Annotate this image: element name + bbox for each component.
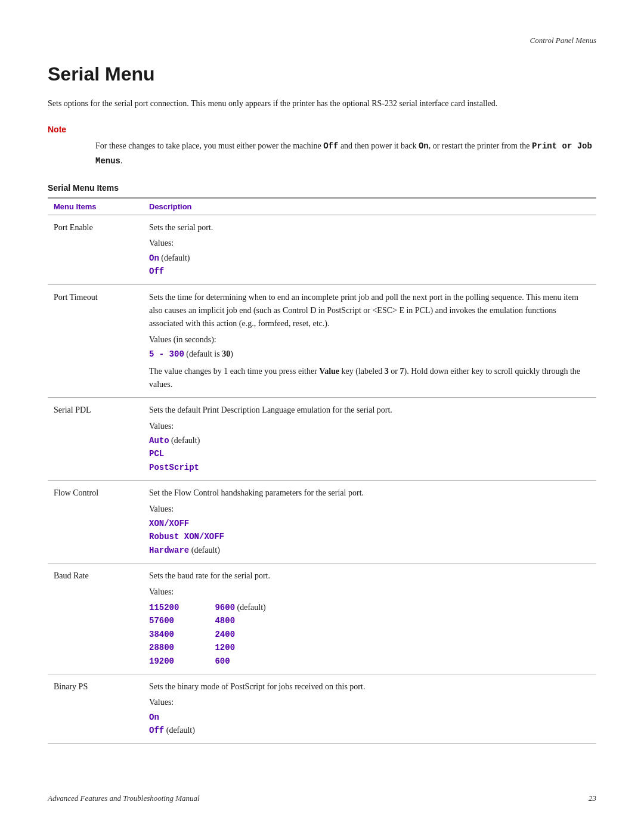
menu-item-name: Port Enable <box>48 215 143 284</box>
table-row: Serial PDLSets the default Print Descrip… <box>48 398 596 481</box>
values-list: Auto (default)PCLPostScript <box>149 434 590 474</box>
baud-value: 2400 <box>215 628 265 641</box>
menu-item-name: Baud Rate <box>48 563 143 674</box>
desc-text: Sets the baud rate for the serial port. <box>149 569 590 583</box>
value-item: Robust XON/XOFF <box>149 530 590 543</box>
menu-item-name: Flow Control <box>48 481 143 563</box>
desc-text: Sets the serial port. <box>149 221 590 234</box>
note-period: . <box>120 156 123 165</box>
section-title: Serial Menu Items <box>48 183 596 193</box>
menu-item-desc: Sets the baud rate for the serial port.V… <box>143 563 596 674</box>
values-list: On (default)Off <box>149 252 590 278</box>
intro-text: Sets options for the serial port connect… <box>48 97 596 110</box>
col1-header: Menu Items <box>48 198 143 215</box>
baud-value: 28800 <box>149 641 179 654</box>
values-label: Values: <box>149 503 590 516</box>
baud-range: 5 - 300 (default is 30) <box>149 348 590 361</box>
value-item: PostScript <box>149 461 590 474</box>
extra-text: The value changes by 1 each time you pre… <box>149 365 590 392</box>
menu-item-desc: Sets the serial port.Values:On (default)… <box>143 215 596 284</box>
value-item: On (default) <box>149 252 590 265</box>
col2-header: Description <box>143 198 596 215</box>
footer-right: 23 <box>589 794 596 803</box>
menu-item-name: Binary PS <box>48 674 143 744</box>
menu-item-desc: Sets the binary mode of PostScript for j… <box>143 674 596 744</box>
menu-item-name: Port Timeout <box>48 284 143 398</box>
page-title: Serial Menu <box>48 63 596 85</box>
values-label: Values (in seconds): <box>149 333 590 346</box>
note-text-after: , or restart the printer from the <box>429 141 532 150</box>
values-label: Values: <box>149 237 590 250</box>
desc-text: Sets the binary mode of PostScript for j… <box>149 680 590 693</box>
baud-value: 57600 <box>149 614 179 627</box>
footer-left: Advanced Features and Troubleshooting Ma… <box>48 794 200 803</box>
note-text-before: For these changes to take place, you mus… <box>95 141 323 150</box>
value-item: XON/XOFF <box>149 517 590 530</box>
table-row: Port TimeoutSets the time for determinin… <box>48 284 596 398</box>
menu-item-desc: Sets the default Print Description Langu… <box>143 398 596 481</box>
note-label: Note <box>48 125 596 134</box>
baud-value: 9600 (default) <box>215 601 265 614</box>
menu-table: Menu Items Description Port EnableSets t… <box>48 197 596 744</box>
footer: Advanced Features and Troubleshooting Ma… <box>48 794 596 803</box>
desc-text: Sets the default Print Description Langu… <box>149 404 590 417</box>
menu-item-desc: Set the Flow Control handshaking paramet… <box>143 481 596 563</box>
desc-text: Sets the time for determining when to en… <box>149 291 590 331</box>
values-label: Values: <box>149 420 590 433</box>
menu-item-desc: Sets the time for determining when to en… <box>143 284 596 398</box>
value-item: Off (default) <box>149 724 590 737</box>
baud-value: 600 <box>215 655 265 668</box>
values-label: Values: <box>149 696 590 709</box>
note-off-mono: Off <box>323 141 338 151</box>
value-item: On <box>149 711 590 724</box>
note-on-mono: On <box>419 141 429 151</box>
baud-value: 19200 <box>149 655 179 668</box>
baud-values: 115200576003840028800192009600 (default)… <box>149 601 590 668</box>
baud-value: 4800 <box>215 614 265 627</box>
note-section: Note For these changes to take place, yo… <box>48 125 596 169</box>
values-list: OnOff (default) <box>149 711 590 738</box>
note-content: For these changes to take place, you mus… <box>95 139 596 169</box>
value-item: Auto (default) <box>149 434 590 447</box>
table-row: Flow ControlSet the Flow Control handsha… <box>48 481 596 563</box>
desc-text: Set the Flow Control handshaking paramet… <box>149 487 590 500</box>
chapter-title: Control Panel Menus <box>48 36 596 45</box>
menu-item-name: Serial PDL <box>48 398 143 481</box>
table-row: Binary PSSets the binary mode of PostScr… <box>48 674 596 744</box>
table-row: Port EnableSets the serial port.Values:O… <box>48 215 596 284</box>
note-text-middle: and then power it back <box>338 141 419 150</box>
values-list: XON/XOFFRobust XON/XOFFHardware (default… <box>149 517 590 557</box>
baud-value: 115200 <box>149 601 179 614</box>
baud-value: 1200 <box>215 641 265 654</box>
table-row: Baud RateSets the baud rate for the seri… <box>48 563 596 674</box>
value-item: Hardware (default) <box>149 544 590 557</box>
values-label: Values: <box>149 586 590 599</box>
value-item: PCL <box>149 447 590 460</box>
value-item: Off <box>149 265 590 278</box>
baud-value: 38400 <box>149 628 179 641</box>
